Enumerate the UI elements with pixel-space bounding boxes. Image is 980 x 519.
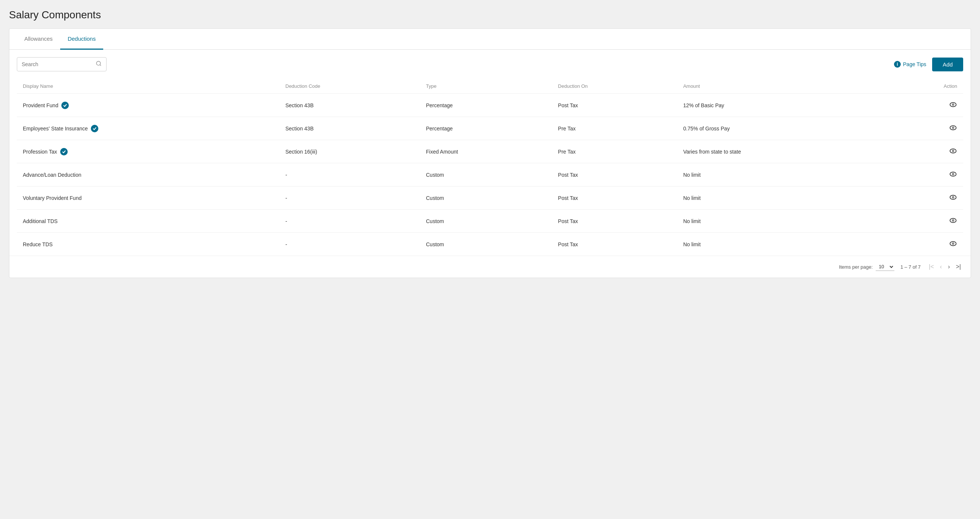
items-per-page-label: Items per page:: [839, 264, 873, 270]
cell-deduction-code: Section 16(iii): [279, 140, 420, 163]
verified-badge: [60, 148, 68, 156]
table-row: Provident FundSection 43BPercentagePost …: [17, 94, 963, 117]
page-info: 1 – 7 of 7: [900, 264, 921, 270]
cell-deduction-code: Section 43B: [279, 94, 420, 117]
svg-point-7: [953, 127, 954, 129]
cell-action: [886, 186, 963, 210]
svg-point-4: [953, 104, 954, 105]
svg-point-19: [953, 220, 954, 221]
cell-amount: No limit: [677, 233, 886, 256]
main-card: Allowances Deductions i Page Tips Add: [9, 29, 971, 278]
table-row: Profession TaxSection 16(iii)Fixed Amoun…: [17, 140, 963, 163]
items-per-page-select[interactable]: 10 25 50 100: [876, 263, 894, 271]
cell-action: [886, 163, 963, 186]
view-icon[interactable]: [949, 243, 957, 249]
cell-action: [886, 233, 963, 256]
svg-point-16: [953, 197, 954, 198]
cell-amount: Varies from state to state: [677, 140, 886, 163]
items-per-page: Items per page: 10 25 50 100: [839, 263, 894, 271]
col-header-amount: Amount: [677, 79, 886, 94]
svg-point-10: [953, 151, 954, 152]
cell-deduction-code: -: [279, 210, 420, 233]
cell-action: [886, 210, 963, 233]
cell-action: [886, 117, 963, 140]
cell-type: Fixed Amount: [420, 140, 552, 163]
cell-amount: 0.75% of Gross Pay: [677, 117, 886, 140]
info-icon: i: [894, 61, 901, 68]
tab-deductions[interactable]: Deductions: [60, 29, 103, 50]
page-tips-label: Page Tips: [903, 61, 926, 67]
cell-deduction-on: Post Tax: [552, 94, 677, 117]
cell-display-name: Voluntary Provident Fund: [17, 186, 279, 210]
col-header-action: Action: [886, 79, 963, 94]
cell-display-name: Provident Fund: [17, 94, 279, 117]
table-row: Advance/Loan Deduction-CustomPost TaxNo …: [17, 163, 963, 186]
verified-badge: [61, 102, 69, 109]
cell-action: [886, 140, 963, 163]
prev-page-button[interactable]: ‹: [938, 262, 944, 271]
toolbar: i Page Tips Add: [10, 50, 970, 79]
cell-deduction-on: Pre Tax: [552, 117, 677, 140]
table-row: Reduce TDS-CustomPost TaxNo limit: [17, 233, 963, 256]
col-header-deduction-code: Deduction Code: [279, 79, 420, 94]
view-icon[interactable]: [949, 220, 957, 226]
search-container: [17, 57, 107, 71]
view-icon[interactable]: [949, 127, 957, 133]
cell-type: Custom: [420, 186, 552, 210]
cell-deduction-on: Post Tax: [552, 186, 677, 210]
cell-type: Custom: [420, 163, 552, 186]
table-header-row: Display Name Deduction Code Type Deducti…: [17, 79, 963, 94]
first-page-button[interactable]: |<: [926, 262, 936, 271]
cell-amount: No limit: [677, 186, 886, 210]
col-header-display-name: Display Name: [17, 79, 279, 94]
cell-display-name: Advance/Loan Deduction: [17, 163, 279, 186]
view-icon[interactable]: [949, 173, 957, 179]
verified-badge: [91, 125, 98, 132]
cell-deduction-code: -: [279, 186, 420, 210]
cell-deduction-on: Post Tax: [552, 233, 677, 256]
view-icon[interactable]: [949, 197, 957, 203]
cell-deduction-code: -: [279, 163, 420, 186]
search-input[interactable]: [22, 61, 94, 67]
view-icon[interactable]: [949, 104, 957, 110]
svg-point-22: [953, 243, 954, 244]
view-icon[interactable]: [949, 150, 957, 156]
tabs-container: Allowances Deductions: [10, 29, 970, 50]
cell-deduction-on: Post Tax: [552, 163, 677, 186]
cell-deduction-code: -: [279, 233, 420, 256]
col-header-deduction-on: Deduction On: [552, 79, 677, 94]
next-page-button[interactable]: ›: [946, 262, 952, 271]
cell-deduction-on: Pre Tax: [552, 140, 677, 163]
cell-deduction-on: Post Tax: [552, 210, 677, 233]
table-container: Display Name Deduction Code Type Deducti…: [10, 79, 970, 256]
svg-point-0: [97, 61, 100, 65]
cell-type: Custom: [420, 210, 552, 233]
cell-type: Custom: [420, 233, 552, 256]
cell-amount: No limit: [677, 163, 886, 186]
svg-line-1: [100, 65, 101, 66]
cell-display-name: Profession Tax: [17, 140, 279, 163]
deductions-table: Display Name Deduction Code Type Deducti…: [17, 79, 963, 256]
table-row: Voluntary Provident Fund-CustomPost TaxN…: [17, 186, 963, 210]
table-row: Additional TDS-CustomPost TaxNo limit: [17, 210, 963, 233]
cell-deduction-code: Section 43B: [279, 117, 420, 140]
page-tips-button[interactable]: i Page Tips: [894, 61, 926, 68]
cell-amount: No limit: [677, 210, 886, 233]
toolbar-right: i Page Tips Add: [894, 57, 963, 71]
last-page-button[interactable]: >|: [954, 262, 964, 271]
pagination-nav: |< ‹ › >|: [926, 262, 963, 271]
page-title: Salary Components: [9, 9, 971, 21]
cell-type: Percentage: [420, 94, 552, 117]
svg-point-13: [953, 174, 954, 175]
cell-action: [886, 94, 963, 117]
table-row: Employees' State InsuranceSection 43BPer…: [17, 117, 963, 140]
cell-display-name: Reduce TDS: [17, 233, 279, 256]
cell-amount: 12% of Basic Pay: [677, 94, 886, 117]
cell-display-name: Additional TDS: [17, 210, 279, 233]
cell-display-name: Employees' State Insurance: [17, 117, 279, 140]
search-icon: [96, 60, 102, 68]
pagination-row: Items per page: 10 25 50 100 1 – 7 of 7 …: [10, 256, 970, 278]
tab-allowances[interactable]: Allowances: [17, 29, 60, 50]
col-header-type: Type: [420, 79, 552, 94]
add-button[interactable]: Add: [932, 57, 963, 71]
